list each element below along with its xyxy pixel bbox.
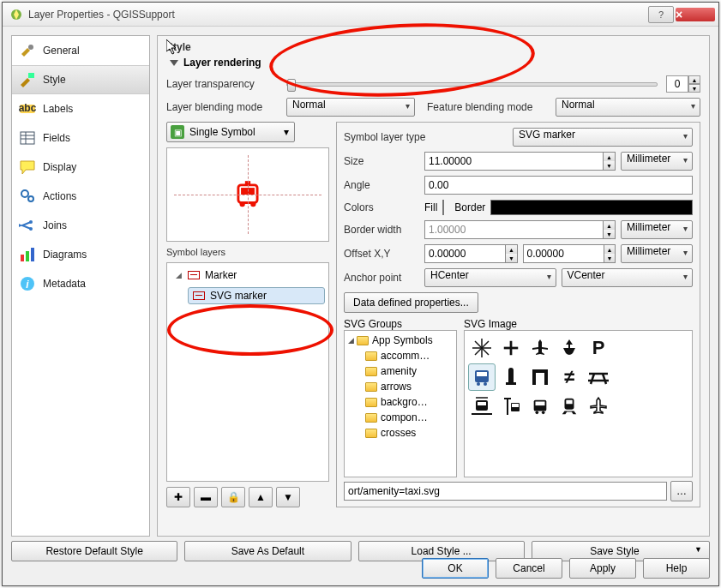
restore-default-button[interactable]: Restore Default Style <box>11 541 177 561</box>
sidebar-item-general[interactable]: General <box>12 36 149 65</box>
svg-rect-50 <box>536 402 545 406</box>
border-width-unit-combo[interactable]: Millimeter <box>621 220 693 239</box>
svg-image-label: SVG Image <box>464 318 517 330</box>
sidebar-item-metadata[interactable]: i Metadata <box>12 269 149 298</box>
size-input[interactable] <box>424 152 603 171</box>
svg-bollard-icon[interactable] <box>497 363 525 391</box>
svg-path-input[interactable] <box>344 482 667 501</box>
browse-button[interactable]: … <box>670 481 693 501</box>
transparency-slider[interactable] <box>286 82 658 87</box>
spin-down[interactable]: ▼ <box>688 84 700 93</box>
size-label: Size <box>344 155 419 167</box>
anchor-v-combo[interactable]: VCenter <box>562 268 694 287</box>
offset-y-input[interactable] <box>523 244 604 263</box>
svg-bus2-icon[interactable] <box>526 393 554 420</box>
panel-heading: Style <box>166 41 700 53</box>
svg-image-grid[interactable]: P ≠ <box>464 330 693 477</box>
svg-groups-tree[interactable]: ◢App Symbols accomm… amenity arrows back… <box>344 330 457 477</box>
folder-arrows[interactable]: arrows <box>346 379 454 394</box>
svg-arch-icon[interactable] <box>526 363 554 391</box>
fill-color-swatch[interactable] <box>442 200 444 215</box>
feature-blend-combo[interactable]: Normal <box>556 98 700 117</box>
svg-rect-36 <box>532 369 548 373</box>
svg-star8-icon[interactable] <box>468 334 496 362</box>
tree-expander-icon[interactable]: ◢ <box>176 271 184 279</box>
sidebar-item-style[interactable]: Style <box>12 65 149 94</box>
border-label: Border <box>454 201 485 213</box>
angle-input[interactable] <box>424 176 693 195</box>
gears-icon <box>19 188 36 205</box>
svg-busstop2-icon[interactable] <box>497 393 525 420</box>
svg-point-1 <box>28 45 33 50</box>
folder-crosses[interactable]: crosses <box>346 425 454 441</box>
svg-rect-42 <box>478 402 486 405</box>
sidebar-item-labels[interactable]: abc Labels <box>12 94 149 123</box>
brush-icon <box>19 71 36 88</box>
close-button[interactable]: × <box>676 8 715 21</box>
svg-bus-selected-icon[interactable] <box>468 363 496 391</box>
renderer-type-combo[interactable]: ▣ Single Symbol <box>166 122 295 142</box>
svg-groups-label: SVG Groups <box>344 318 457 330</box>
folder-backgro[interactable]: backgro… <box>346 394 454 410</box>
spin-up[interactable]: ▲ <box>688 75 700 84</box>
style-panel: Style Layer rendering Layer transparency… <box>157 35 710 537</box>
save-default-button[interactable]: Save As Default <box>184 541 351 561</box>
svg-tram-icon[interactable] <box>468 393 496 420</box>
svg-parking-icon[interactable]: P <box>585 334 612 362</box>
speech-icon <box>19 159 36 176</box>
offset-x-input[interactable] <box>424 244 505 263</box>
symbol-layer-type-combo[interactable]: SVG marker <box>513 128 693 147</box>
symbol-layers-tree[interactable]: ◢ Marker SVG marker <box>166 262 329 482</box>
svg-point-52 <box>542 411 545 415</box>
help-titlebar-button[interactable]: ? <box>648 6 674 23</box>
svg-train-icon[interactable] <box>556 393 583 420</box>
tree-item-svg-marker[interactable]: SVG marker <box>188 287 325 304</box>
layer-rendering-header[interactable]: Layer rendering <box>170 57 700 69</box>
svg-notequal-icon[interactable]: ≠ <box>556 363 583 391</box>
svg-rect-13 <box>21 255 24 261</box>
move-up-button[interactable]: ▲ <box>249 487 273 507</box>
offset-unit-combo[interactable]: Millimeter <box>621 244 693 263</box>
folder-accomm[interactable]: accomm… <box>346 348 454 363</box>
apply-button[interactable]: Apply <box>569 558 636 579</box>
sidebar-item-fields[interactable]: Fields <box>12 123 149 153</box>
lock-layer-button[interactable]: 🔒 <box>221 487 245 507</box>
svg-plane-outline-icon[interactable] <box>585 393 612 420</box>
svg-point-9 <box>21 190 28 197</box>
anchor-h-combo[interactable]: HCenter <box>424 268 556 287</box>
add-layer-button[interactable]: ✚ <box>166 487 190 507</box>
slider-thumb[interactable] <box>287 79 296 92</box>
symbol-left-column: ▣ Single Symbol Symbol layers <box>166 122 329 507</box>
svg-marker-icon <box>193 291 205 300</box>
ok-button[interactable]: OK <box>422 558 489 579</box>
border-color-swatch[interactable] <box>490 200 693 215</box>
svg-line-39 <box>603 374 606 384</box>
tree-item-marker[interactable]: ◢ Marker <box>171 267 325 284</box>
sidebar-item-actions[interactable]: Actions <box>12 182 149 211</box>
data-defined-button[interactable]: Data defined properties... <box>344 292 478 313</box>
wrench-icon <box>19 42 36 59</box>
svg-ship-icon[interactable] <box>556 334 583 362</box>
transparency-value[interactable] <box>666 75 688 93</box>
sidebar-item-display[interactable]: Display <box>12 153 149 182</box>
sidebar-item-joins[interactable]: Joins <box>12 211 149 240</box>
svg-plus-icon[interactable] <box>497 334 525 362</box>
svg-airplane-icon[interactable] <box>526 334 554 362</box>
svg-rect-33 <box>506 382 516 385</box>
folder-root[interactable]: ◢App Symbols <box>346 333 454 348</box>
remove-layer-button[interactable]: ▬ <box>194 487 218 507</box>
svg-picnic-icon[interactable] <box>585 363 612 391</box>
folder-amenity[interactable]: amenity <box>346 363 454 379</box>
dialog-buttons: OK Cancel Apply Help <box>422 558 710 579</box>
cancel-button[interactable]: Cancel <box>496 558 562 579</box>
folder-compon[interactable]: compon… <box>346 410 454 425</box>
move-down-button[interactable]: ▼ <box>276 487 300 507</box>
size-unit-combo[interactable]: Millimeter <box>621 152 693 171</box>
chart-icon <box>19 246 36 263</box>
border-width-input[interactable] <box>424 220 603 239</box>
help-button[interactable]: Help <box>643 558 710 579</box>
offset-label: Offset X,Y <box>344 248 419 260</box>
collapse-triangle-icon <box>170 60 178 66</box>
layer-blend-combo[interactable]: Normal <box>286 98 415 117</box>
sidebar-item-diagrams[interactable]: Diagrams <box>12 240 149 269</box>
